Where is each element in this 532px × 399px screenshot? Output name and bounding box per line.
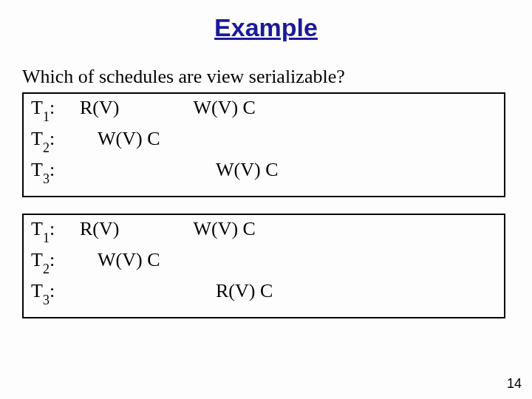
- op-cell: W(V) C: [98, 128, 160, 150]
- schedule-row: T2: W(V) C: [24, 128, 504, 159]
- op-cell: R(V) C: [216, 280, 273, 302]
- t-letter: T: [31, 128, 43, 149]
- schedule-row: T2: W(V) C: [24, 249, 504, 280]
- t-colon: :: [50, 159, 55, 180]
- op-cell: W(V) C: [193, 218, 255, 240]
- transaction-label: T3:: [24, 280, 68, 305]
- t-colon: :: [50, 280, 55, 301]
- schedule-box-1: T1: R(V) W(V) C T2: W(V) C T3: W(V) C: [22, 92, 505, 197]
- t-letter: T: [31, 280, 43, 301]
- t-letter: T: [31, 218, 43, 239]
- transaction-label: T3:: [24, 159, 68, 184]
- question-text: Which of schedules are view serializable…: [22, 66, 532, 88]
- t-colon: :: [50, 218, 55, 239]
- t-sub: 2: [43, 140, 50, 155]
- transaction-label: T2:: [24, 249, 68, 274]
- t-sub: 2: [43, 262, 50, 276]
- t-colon: :: [50, 128, 55, 149]
- t-sub: 1: [43, 231, 50, 245]
- t-letter: T: [31, 97, 43, 118]
- op-cell: W(V) C: [193, 97, 255, 119]
- op-cell: W(V) C: [98, 249, 160, 271]
- schedule-row: T1: R(V) W(V) C: [24, 97, 504, 128]
- op-cell: R(V): [80, 218, 119, 240]
- page-number: 14: [507, 376, 522, 392]
- op-cell: W(V) C: [216, 159, 278, 181]
- t-letter: T: [31, 249, 43, 270]
- transaction-label: T1:: [24, 218, 68, 243]
- schedule-row: T1: R(V) W(V) C: [24, 218, 504, 249]
- transaction-label: T2:: [24, 128, 68, 153]
- slide: Example Which of schedules are view seri…: [0, 0, 532, 399]
- schedule-row: T3: R(V) C: [24, 280, 504, 311]
- schedule-box-2: T1: R(V) W(V) C T2: W(V) C T3: R(V) C: [22, 214, 505, 318]
- t-letter: T: [31, 159, 43, 180]
- transaction-label: T1:: [24, 97, 68, 122]
- t-sub: 1: [43, 109, 50, 124]
- t-colon: :: [50, 249, 55, 270]
- schedule-row: T3: W(V) C: [24, 159, 504, 190]
- t-sub: 3: [43, 293, 50, 307]
- op-cell: R(V): [80, 97, 119, 119]
- slide-title: Example: [0, 0, 532, 50]
- t-colon: :: [50, 97, 55, 118]
- t-sub: 3: [43, 171, 50, 186]
